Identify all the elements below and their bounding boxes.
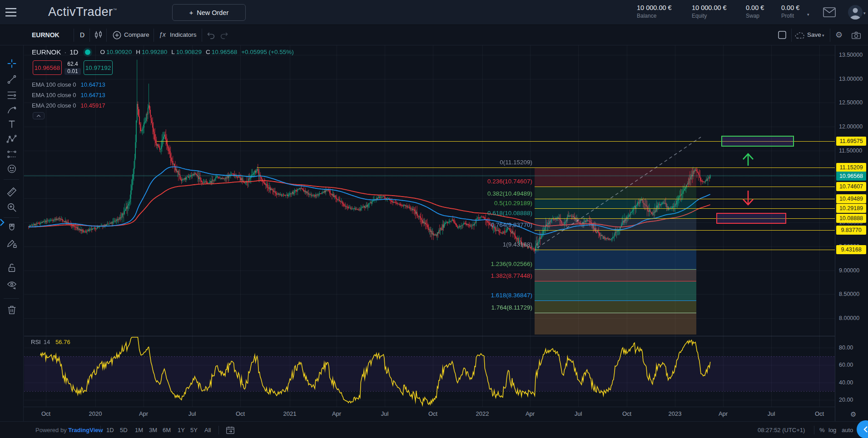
drawing-lock-tool-icon[interactable] [6, 238, 17, 249]
fib-level-label[interactable]: 0.5(10.29189) [494, 200, 532, 207]
time-axis-label: Oct [227, 410, 254, 417]
fib-zone-fill[interactable] [535, 250, 696, 269]
fib-zone-fill[interactable] [535, 300, 696, 312]
price-grid-label: 12.50000 [839, 99, 863, 106]
fib-zone-fill[interactable] [535, 269, 696, 281]
fib-level-label[interactable]: 0.618(10.08888) [487, 210, 532, 217]
fib-zone-fill[interactable] [535, 281, 696, 300]
position-tool-icon[interactable] [6, 149, 17, 160]
undo-icon[interactable] [206, 31, 215, 39]
camera-snapshot-icon[interactable] [851, 31, 861, 39]
hide-drawings-eye-icon[interactable] [6, 280, 17, 290]
green-rect-drawing[interactable] [721, 136, 794, 147]
fib-retracement-tool-icon[interactable] [6, 90, 17, 101]
settings-gear-icon[interactable]: ⚙ [835, 30, 843, 40]
rsi-legend[interactable]: RSI 14 56.76 [31, 339, 70, 345]
trash-remove-icon[interactable] [6, 305, 17, 315]
magnet-tool-icon[interactable] [6, 223, 17, 234]
emoji-tool-icon[interactable] [6, 163, 17, 174]
chevron-down-icon[interactable]: ▾ [822, 33, 824, 38]
price-axis[interactable]: 13.5000013.0000012.5000012.0000011.50000… [835, 45, 868, 421]
fib-zone-fill[interactable] [535, 313, 696, 335]
fx-icon[interactable]: ƒx [159, 31, 166, 38]
timeframe-1d[interactable]: 1D [106, 427, 114, 433]
log-scale-button[interactable]: log [828, 427, 836, 433]
menu-icon[interactable] [5, 8, 16, 17]
brush-tool-icon[interactable] [6, 105, 17, 116]
indicator-row[interactable]: EMA 100 close 010.64713 [32, 80, 105, 89]
time-axis-label: 2020 [82, 410, 109, 417]
fib-zone-fill[interactable] [535, 199, 696, 208]
mail-icon[interactable] [823, 7, 836, 17]
indicator-row[interactable]: EMA 200 close 010.45917 [32, 101, 105, 109]
interval-button[interactable]: D [80, 31, 84, 39]
auto-scale-button[interactable]: auto [842, 427, 853, 433]
timeframe-1m[interactable]: 1M [135, 427, 143, 433]
symbol-button[interactable]: EURNOK [32, 31, 60, 39]
chevron-down-icon[interactable]: ▾ [807, 12, 809, 17]
left-panel-expander-icon[interactable] [0, 218, 5, 227]
redo-icon[interactable] [220, 31, 229, 39]
horizontal-level-line[interactable] [535, 250, 835, 250]
lock-all-tool-icon[interactable] [6, 262, 17, 273]
fib-zone-fill[interactable] [535, 218, 696, 230]
red-rect-drawing[interactable] [716, 213, 786, 224]
horizontal-level-line[interactable] [257, 167, 835, 168]
save-button[interactable]: Save [807, 31, 821, 38]
timeframe-all[interactable]: All [204, 427, 211, 433]
go-to-date-icon[interactable] [226, 426, 235, 434]
horizontal-level-line[interactable] [535, 187, 835, 187]
fib-zone-fill[interactable] [535, 167, 696, 187]
layout-select-icon[interactable] [778, 30, 787, 39]
timeframe-3m[interactable]: 3M [149, 427, 157, 433]
crosshair-tool-icon[interactable] [6, 58, 17, 69]
indicator-row[interactable]: EMA 100 close 010.64713 [32, 91, 105, 99]
avatar[interactable] [848, 5, 863, 20]
time-axis-label: Apr [516, 410, 544, 417]
horizontal-level-line[interactable] [535, 218, 835, 219]
fib-level-label[interactable]: 0.382(10.49489) [487, 190, 532, 197]
fib-zone-fill[interactable] [535, 187, 696, 198]
candles-style-icon[interactable] [94, 30, 103, 39]
zoom-in-tool-icon[interactable] [6, 202, 17, 213]
fib-level-label[interactable]: 0.236(10.74607) [487, 178, 532, 185]
market-open-dot[interactable] [85, 49, 90, 55]
fib-level-label[interactable]: 1(9.43168) [503, 241, 532, 248]
compare-icon[interactable] [113, 31, 121, 39]
price-chart-canvas[interactable] [24, 45, 835, 407]
collapse-legend-button[interactable] [33, 112, 45, 119]
tradingview-link[interactable]: TradingView [68, 427, 103, 433]
compare-button[interactable]: Compare [124, 31, 149, 38]
fib-level-label[interactable]: 1.382(8.77448) [491, 272, 532, 279]
timeframe-6m[interactable]: 6M [163, 427, 171, 433]
xabcd-pattern-tool-icon[interactable] [6, 134, 17, 145]
new-order-button[interactable]: + New Order [172, 4, 246, 21]
text-tool-icon[interactable] [6, 119, 17, 130]
timeframe-5y[interactable]: 5Y [190, 427, 198, 433]
indicators-button[interactable]: Indicators [170, 31, 197, 38]
timeframe-5d[interactable]: 5D [120, 427, 128, 433]
session-clock[interactable]: 08:27:52 (UTC+1) [758, 427, 805, 433]
percent-scale-button[interactable]: % [819, 427, 825, 433]
trend-line-tool-icon[interactable] [6, 74, 17, 85]
horizontal-level-line[interactable] [535, 230, 835, 231]
legend-symbol-row[interactable]: EURNOK · 1D O10.90920H10.99280L10.90829C… [32, 48, 294, 56]
buy-ask-button[interactable]: 10.97192 [84, 60, 113, 75]
fib-level-label[interactable]: 1.618(8.36847) [491, 292, 532, 299]
horizontal-level-line[interactable] [535, 208, 835, 209]
fib-zone-fill[interactable] [535, 208, 696, 218]
fib-level-label[interactable]: 0(11.15209) [500, 159, 532, 166]
horizontal-level-line[interactable] [535, 199, 835, 199]
chevron-down-icon[interactable]: ▾ [863, 11, 866, 15]
sell-bid-button[interactable]: 10.96568 [33, 60, 62, 75]
fib-zone-fill[interactable] [535, 230, 696, 250]
measure-ruler-tool-icon[interactable] [6, 187, 17, 197]
axis-settings-gear-icon[interactable]: ⚙ [850, 410, 856, 418]
timeframe-1y[interactable]: 1Y [178, 427, 185, 433]
cloud-save-icon[interactable] [795, 31, 805, 39]
time-axis[interactable]: Oct2020AprJulOct2021AprJulOct2022AprJulO… [0, 407, 835, 421]
fib-level-label[interactable]: 0.764(9.83770) [491, 221, 532, 228]
fib-level-label[interactable]: 1.236(9.02566) [491, 261, 532, 267]
price-level-tag: 10.29189 [836, 204, 866, 213]
fib-level-label[interactable]: 1.764(8.11729) [491, 304, 532, 311]
